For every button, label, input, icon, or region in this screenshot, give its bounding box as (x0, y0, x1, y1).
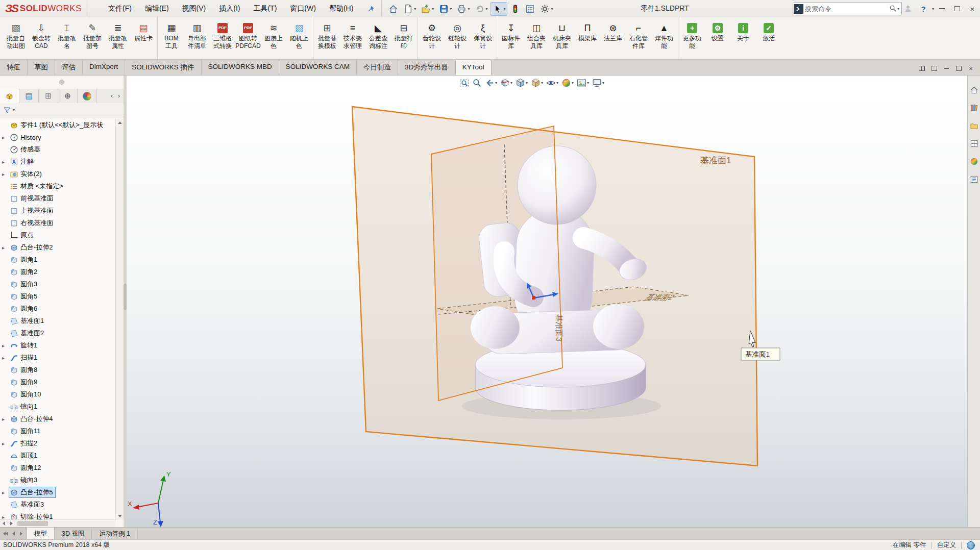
tree-item-圆顶1[interactable]: 圆顶1 (0, 449, 116, 462)
tab-scroll-next-icon[interactable] (17, 530, 24, 538)
tree-item-基准面1[interactable]: 基准面1 (0, 315, 116, 327)
panel-tab-featuremanager[interactable] (0, 89, 19, 103)
tree-item-基准面3[interactable]: 基准面3 (0, 498, 116, 511)
section-view-icon[interactable]: ▾ (499, 77, 513, 89)
ribbon-button-batch-print[interactable]: ⊟批量打印 (391, 19, 416, 50)
tree-item-镜向3[interactable]: 镜向3 (0, 474, 116, 486)
menu-item-file[interactable]: 文件(F) (102, 1, 138, 17)
panel-tabs-right-icon[interactable]: › (116, 92, 122, 99)
tree-item-扫描1[interactable]: ▸扫描1 (0, 352, 116, 364)
tab-sw-mbd[interactable]: SOLIDWORKS MBD (202, 60, 279, 75)
menu-item-tools[interactable]: 工具(T) (247, 1, 283, 17)
filter-dropdown-icon[interactable]: ▾ (13, 108, 15, 112)
task-pane-view-palette-icon[interactable] (969, 138, 979, 149)
status-customize-link[interactable]: 自定义 (937, 541, 957, 549)
edit-appearance-icon[interactable]: ▾ (560, 77, 575, 89)
ribbon-button-batch-auto-drawing[interactable]: ▧批量自动出图 (3, 19, 29, 50)
scroll-left-icon[interactable] (0, 520, 8, 528)
dropdown-icon[interactable]: ▾ (414, 7, 416, 11)
doc-restore-button[interactable] (953, 64, 964, 72)
ribbon-button-settings[interactable]: ⚙设置 (705, 19, 730, 42)
tree-horizontal-scrollbar[interactable] (0, 519, 116, 527)
doc-tile-icon[interactable] (917, 64, 927, 72)
pin-icon[interactable] (364, 2, 377, 15)
ribbon-button-about[interactable]: i关于 (730, 19, 756, 42)
tab-today-mfg[interactable]: 今日制造 (357, 60, 398, 75)
tree-item-传感器[interactable]: 传感器 (0, 143, 116, 156)
tree-item-镜向1[interactable]: 镜向1 (0, 401, 116, 413)
ribbon-button-tech-requirements[interactable]: ≡技术要求管理 (340, 19, 365, 50)
panel-tab-configurationmanager[interactable]: ⊞ (39, 89, 58, 103)
tab-sw-cam[interactable]: SOLIDWORKS CAM (279, 60, 357, 75)
tree-item-原点[interactable]: 原点 (0, 229, 116, 241)
ribbon-button-tolerance-query[interactable]: ◣公差查询标注 (365, 19, 391, 50)
display-style-icon[interactable]: ▾ (530, 77, 544, 89)
bottom-tab-3d-views[interactable]: 3D 视图 (55, 528, 92, 540)
scroll-down-icon[interactable] (116, 512, 124, 520)
tree-item-圆角9[interactable]: 圆角9 (0, 376, 116, 388)
ribbon-button-machine-fixture-library[interactable]: ⊔机床夹具库 (549, 19, 575, 50)
ribbon-button-gb-parts-library[interactable]: ↧国标件库 (498, 19, 524, 50)
task-pane-resources-icon[interactable] (969, 85, 979, 95)
dropdown-icon[interactable]: ▾ (510, 81, 512, 85)
open-icon[interactable]: ▾ (419, 2, 436, 16)
ribbon-button-random-color[interactable]: ▨随机上色 (286, 19, 312, 50)
tree-item-History[interactable]: ▸History (0, 131, 116, 143)
dropdown-icon[interactable]: ▾ (495, 81, 497, 85)
tab-scroll-prev-icon[interactable] (10, 530, 17, 538)
tree-item-材质 <未指定>[interactable]: 材质 <未指定> (0, 180, 116, 192)
dropdown-icon[interactable]: ▾ (526, 81, 528, 85)
tree-item-上视基准面[interactable]: 上视基准面 (0, 205, 116, 217)
tab-sketch[interactable]: 草图 (28, 60, 55, 75)
menu-item-view[interactable]: 视图(V) (176, 1, 213, 17)
options-list-icon[interactable] (523, 2, 537, 16)
view-orientation-icon[interactable]: ▾ (514, 77, 529, 89)
undo-icon[interactable]: ▾ (473, 2, 489, 16)
panel-tab-propertymanager[interactable]: ▤ (19, 89, 39, 103)
dropdown-icon[interactable]: ▾ (450, 7, 452, 11)
save-icon[interactable]: ▾ (437, 2, 454, 16)
tree-item-凸台-拉伸2[interactable]: ▸凸台-拉伸2 (0, 241, 116, 254)
tab-3dxiuxiu-export[interactable]: 3D秀秀导出器 (398, 60, 455, 75)
ribbon-button-sprocket-design[interactable]: ◎链轮设计 (445, 19, 470, 50)
new-doc-icon[interactable]: ▾ (401, 2, 418, 16)
tree-vertical-scrollbar[interactable] (115, 119, 124, 520)
tree-item-旋转1[interactable]: ▸旋转1 (0, 339, 116, 352)
doc-minimize-button[interactable] (941, 64, 951, 72)
panel-grip-icon[interactable] (59, 80, 64, 85)
task-pane-custom-properties-icon[interactable] (969, 174, 979, 185)
ribbon-button-flange-library[interactable]: ⊛法兰库 (600, 19, 626, 42)
tree-item-圆角6[interactable]: 圆角6 (0, 303, 116, 315)
ribbon-button-export-parts-list[interactable]: ▥导出部件清单 (184, 19, 210, 50)
ribbon-button-batch-add-number[interactable]: ✎批量加图号 (80, 19, 105, 50)
ribbon-button-spring-design[interactable]: ξ弹簧设计 (470, 19, 496, 50)
zoom-fit-icon[interactable] (458, 77, 470, 89)
ribbon-button-more-functions[interactable]: +更多功能 (679, 19, 705, 50)
dropdown-icon[interactable]: ▾ (556, 81, 558, 85)
dropdown-icon[interactable]: ▾ (432, 7, 434, 11)
tree-item-圆角2[interactable]: 圆角2 (0, 266, 116, 278)
globe-icon[interactable] (967, 541, 975, 549)
ribbon-button-3d-format-convert[interactable]: PDF三维格式转换 (210, 19, 235, 50)
tree-item-圆角5[interactable]: 圆角5 (0, 290, 116, 303)
task-pane-appearances-icon[interactable] (969, 156, 979, 167)
ribbon-button-bom-tools[interactable]: ▦BOM工具 (159, 19, 184, 50)
tree-item-凸台-拉伸4[interactable]: ▸凸台-拉伸4 (0, 413, 116, 425)
settings-gear-icon[interactable]: ▾ (538, 2, 555, 16)
ribbon-button-batch-edit-properties[interactable]: ≣批量改属性 (105, 19, 131, 50)
panel-tabs-left-icon[interactable]: ‹ (109, 92, 115, 99)
restore-button[interactable] (949, 2, 965, 16)
doc-close-button[interactable]: × (966, 64, 976, 72)
menu-item-window[interactable]: 窗口(W) (283, 1, 323, 17)
menu-item-help[interactable]: 帮助(H) (323, 1, 360, 17)
tree-item-扫描2[interactable]: ▸扫描2 (0, 437, 116, 449)
tree-item-前视基准面[interactable]: 前视基准面 (0, 192, 116, 205)
dropdown-icon[interactable]: ▾ (541, 81, 543, 85)
view-settings-icon[interactable]: ▾ (591, 77, 605, 89)
doc-cascade-icon[interactable] (929, 64, 939, 72)
ribbon-button-property-card[interactable]: ▤属性卡 (131, 19, 156, 42)
dropdown-icon[interactable]: ▾ (485, 7, 487, 11)
ribbon-button-layer-color[interactable]: ≋图层上色 (261, 19, 286, 50)
minimize-button[interactable] (934, 2, 949, 16)
tree-item-圆角3[interactable]: 圆角3 (0, 278, 116, 290)
